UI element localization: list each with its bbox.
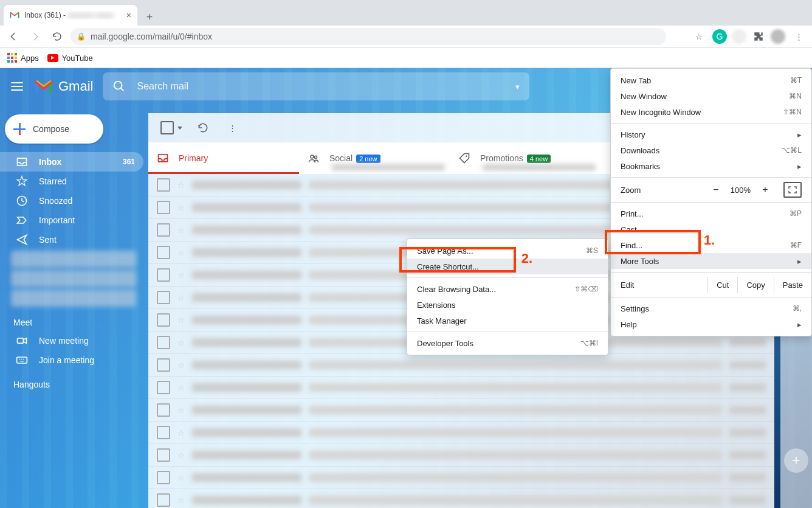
row-checkbox[interactable] — [157, 471, 170, 484]
row-checkbox[interactable] — [157, 448, 170, 462]
row-checkbox[interactable] — [157, 358, 170, 372]
category-tab-promotions[interactable]: Promotions4 new — [450, 142, 600, 174]
refresh-button[interactable] — [191, 116, 215, 140]
row-checkbox[interactable] — [157, 313, 170, 327]
search-input[interactable] — [136, 80, 506, 92]
hamburger-menu-icon[interactable] — [10, 79, 24, 94]
fullscreen-button[interactable] — [783, 182, 802, 198]
sidebar-item-important[interactable]: Important — [0, 211, 143, 230]
select-all-checkbox[interactable] — [157, 117, 186, 138]
row-star-icon[interactable]: ☆ — [177, 473, 185, 482]
sidebar-item-inbox[interactable]: Inbox361 — [0, 152, 143, 172]
search-options-caret-icon[interactable]: ▾ — [515, 82, 520, 91]
row-sender-obscured — [192, 451, 301, 459]
youtube-bookmark[interactable]: YouTube — [47, 54, 93, 63]
mail-row[interactable]: ☆ — [148, 377, 774, 399]
add-addon-button[interactable]: + — [784, 448, 808, 473]
extensions-puzzle-icon[interactable] — [751, 29, 766, 44]
zoom-out-button[interactable]: − — [709, 183, 723, 197]
menu-item-extensions[interactable]: Extensions — [407, 297, 608, 313]
reload-button[interactable] — [49, 28, 66, 45]
omnibox[interactable]: 🔒 mail.google.com/mail/u/0/#inbox — [71, 28, 666, 45]
meet-item[interactable]: New meeting — [0, 331, 143, 350]
row-checkbox[interactable] — [157, 403, 170, 417]
row-checkbox[interactable] — [157, 291, 170, 304]
edit-paste-button[interactable]: Paste — [774, 277, 811, 293]
gmail-search-box[interactable]: ▾ — [103, 72, 529, 100]
profile-avatar[interactable] — [771, 29, 785, 44]
category-tab-primary[interactable]: Primary — [148, 142, 299, 174]
category-tab-social[interactable]: Social2 new — [299, 142, 450, 174]
browser-tab-active[interactable]: Inbox (361) - xxxxxxx xxxxx × — [4, 5, 137, 26]
star-page-icon[interactable]: ☆ — [690, 28, 707, 45]
mail-row[interactable]: ☆ — [148, 422, 774, 444]
apps-bookmark[interactable]: Apps — [7, 53, 39, 63]
row-star-icon[interactable]: ☆ — [177, 271, 185, 280]
row-checkbox[interactable] — [157, 223, 170, 237]
apps-grid-icon — [7, 53, 17, 63]
menu-item-downloads[interactable]: Downloads⌥⌘L — [611, 142, 811, 158]
compose-button[interactable]: Compose — [5, 114, 103, 144]
menu-item-task-manager[interactable]: Task Manager — [407, 313, 608, 329]
row-checkbox[interactable] — [157, 178, 170, 192]
zoom-in-button[interactable]: + — [758, 183, 772, 197]
gmail-logo[interactable]: Gmail — [34, 78, 93, 94]
menu-item-save-page-as[interactable]: Save Page As...⌘S — [407, 243, 608, 259]
mail-row[interactable]: ☆ — [148, 489, 774, 508]
row-star-icon[interactable]: ☆ — [177, 428, 185, 437]
extension-icon-1[interactable]: G — [712, 29, 727, 44]
row-checkbox[interactable] — [157, 336, 170, 349]
mail-row[interactable]: ☆ — [148, 467, 774, 489]
chrome-menu-button[interactable]: ⋮ — [790, 28, 807, 45]
row-star-icon[interactable]: ☆ — [177, 293, 185, 302]
menu-item-more-tools[interactable]: More Tools▸ — [611, 253, 811, 269]
sidebar-item-sent[interactable]: Sent — [0, 230, 143, 249]
edit-cut-button[interactable]: Cut — [708, 277, 738, 293]
row-star-icon[interactable]: ☆ — [177, 451, 185, 460]
row-star-icon[interactable]: ☆ — [177, 383, 185, 392]
menu-item-history[interactable]: History▸ — [611, 127, 811, 142]
sidebar-item-starred[interactable]: Starred — [0, 172, 143, 191]
close-tab-icon[interactable]: × — [126, 10, 131, 20]
back-button[interactable] — [5, 28, 22, 45]
row-star-icon[interactable]: ☆ — [177, 248, 185, 257]
meet-item[interactable]: Join a meeting — [0, 350, 143, 370]
row-star-icon[interactable]: ☆ — [177, 361, 185, 370]
row-checkbox[interactable] — [157, 246, 170, 259]
row-checkbox[interactable] — [157, 493, 170, 507]
menu-item-bookmarks[interactable]: Bookmarks▸ — [611, 158, 811, 174]
menu-item-new-incognito-window[interactable]: New Incognito Window⇧⌘N — [611, 104, 811, 120]
menu-item-clear-browsing-data[interactable]: Clear Browsing Data...⇧⌘⌫ — [407, 281, 608, 297]
mail-row[interactable]: ☆ — [148, 354, 774, 377]
row-star-icon[interactable]: ☆ — [177, 203, 185, 212]
row-star-icon[interactable]: ☆ — [177, 181, 185, 190]
row-checkbox[interactable] — [157, 268, 170, 282]
new-tab-button[interactable]: + — [141, 9, 158, 26]
menu-item-print[interactable]: Print...⌘P — [611, 206, 811, 221]
social-tab-icon — [308, 152, 320, 164]
row-checkbox[interactable] — [157, 426, 170, 439]
gmail-logo-icon — [34, 79, 53, 94]
row-checkbox[interactable] — [157, 381, 170, 394]
mail-row[interactable]: ☆ — [148, 399, 774, 422]
menu-item-find[interactable]: Find...⌘F — [611, 237, 811, 253]
menu-item-create-shortcut[interactable]: Create Shortcut... — [407, 259, 608, 274]
menu-item-new-window[interactable]: New Window⌘N — [611, 88, 811, 104]
mail-row[interactable]: ☆ — [148, 444, 774, 467]
sidebar-item-snoozed[interactable]: Snoozed — [0, 191, 143, 211]
more-actions-button[interactable]: ⋮ — [220, 116, 244, 140]
row-star-icon[interactable]: ☆ — [177, 406, 185, 415]
row-star-icon[interactable]: ☆ — [177, 496, 185, 505]
row-checkbox[interactable] — [157, 201, 170, 214]
menu-item-new-tab[interactable]: New Tab⌘T — [611, 72, 811, 88]
menu-item-help[interactable]: Help▸ — [611, 316, 811, 332]
row-star-icon[interactable]: ☆ — [177, 338, 185, 347]
menu-item-developer-tools[interactable]: Developer Tools⌥⌘I — [407, 335, 608, 351]
row-star-icon[interactable]: ☆ — [177, 316, 185, 325]
menu-item-settings[interactable]: Settings⌘, — [611, 301, 811, 316]
menu-item-label: Find... — [621, 241, 642, 250]
extension-icon-2[interactable] — [732, 29, 746, 44]
menu-item-cast[interactable]: Cast... — [611, 221, 811, 237]
edit-copy-button[interactable]: Copy — [738, 277, 774, 293]
row-star-icon[interactable]: ☆ — [177, 226, 185, 235]
